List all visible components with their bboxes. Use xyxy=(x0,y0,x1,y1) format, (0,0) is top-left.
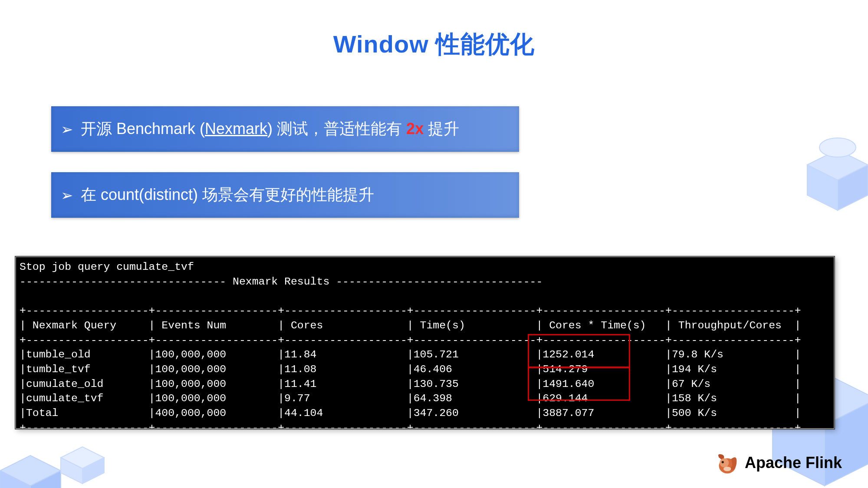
svg-point-14 xyxy=(720,459,729,468)
terminal-output: Stop job query cumulate_tvf ------------… xyxy=(15,256,835,429)
bullet1-suf: 提升 xyxy=(424,120,459,138)
flink-squirrel-icon xyxy=(714,451,739,475)
svg-marker-4 xyxy=(61,458,82,484)
svg-marker-7 xyxy=(807,165,838,210)
bullet1-pre: 开源 Benchmark ( xyxy=(81,120,205,138)
svg-marker-0 xyxy=(0,455,61,486)
svg-marker-3 xyxy=(61,447,104,468)
slide-title: Window 性能优化 xyxy=(0,28,868,61)
svg-point-16 xyxy=(723,467,731,472)
footer-logo: Apache Flink xyxy=(714,451,842,475)
svg-marker-1 xyxy=(0,471,30,488)
bullet1-link: Nexmark xyxy=(205,120,267,138)
bullet1-mid: ) 测试，普适性能有 xyxy=(267,120,406,138)
bullet-count-distinct: ➢ 在 count(distinct) 场景会有更好的性能提升 xyxy=(51,172,519,218)
brand-text: Apache Flink xyxy=(745,454,842,472)
bullet1-factor: 2x xyxy=(406,120,424,138)
svg-marker-5 xyxy=(82,458,104,484)
svg-point-15 xyxy=(722,461,724,463)
svg-point-9 xyxy=(819,138,856,157)
bullet-benchmark: ➢ 开源 Benchmark (Nexmark) 测试，普适性能有 2x 提升 xyxy=(51,106,519,152)
svg-marker-2 xyxy=(30,471,61,488)
svg-marker-8 xyxy=(838,165,868,210)
svg-marker-6 xyxy=(807,150,868,180)
bullet-arrow-icon: ➢ xyxy=(61,122,73,137)
bullet-arrow-icon: ➢ xyxy=(61,188,73,203)
bullet2-text: 在 count(distinct) 场景会有更好的性能提升 xyxy=(81,184,374,206)
